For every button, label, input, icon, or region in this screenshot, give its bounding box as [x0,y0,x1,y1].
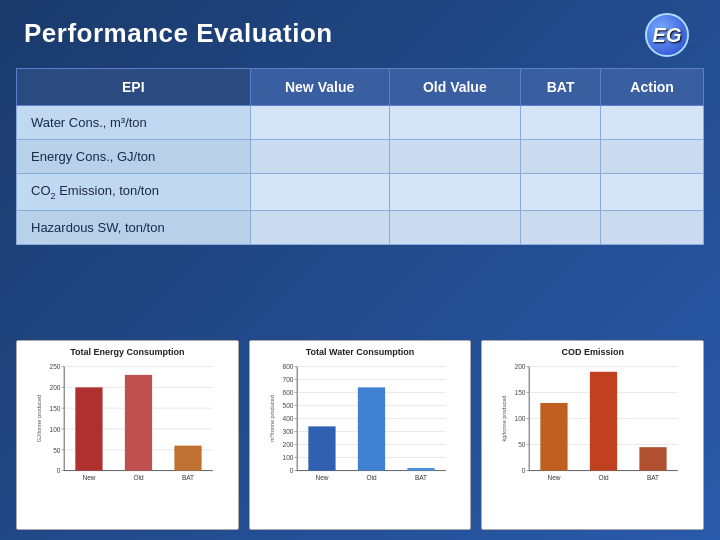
chart-svg-1: 0100200300400500600700800m³/tonne produc… [254,361,467,491]
epi-energy: Energy Cons., GJ/ton [17,140,251,174]
table-row: Energy Cons., GJ/ton [17,140,704,174]
charts-row: Total Energy Consumption050100150200250G… [16,340,704,530]
chart-title-0: Total Energy Consumption [70,347,184,357]
old-value-water [389,106,520,140]
chart-box-1: Total Water Consumption01002003004005006… [249,340,472,530]
chart-svg-0: 050100150200250GJ/tonne producedNewOldBA… [21,361,234,491]
bar-0-0 [75,387,102,470]
col-header-new-value: New Value [250,69,389,106]
svg-text:BAT: BAT [182,474,194,481]
svg-text:Old: Old [366,474,377,481]
svg-text:100: 100 [515,415,526,422]
page-title: Performance Evaluation [24,18,333,49]
page: Performance Evaluation EG EPI New Value … [0,0,720,540]
svg-text:50: 50 [519,441,527,448]
svg-text:Old: Old [599,474,610,481]
svg-text:New: New [82,474,95,481]
svg-text:800: 800 [282,363,293,370]
svg-text:GJ/tonne produced: GJ/tonne produced [36,395,42,442]
old-value-hazardous [389,210,520,244]
chart-title-1: Total Water Consumption [306,347,415,357]
logo-circle: EG [645,13,689,57]
chart-box-0: Total Energy Consumption050100150200250G… [16,340,239,530]
bar-0-2 [174,446,201,471]
svg-text:250: 250 [50,363,61,370]
logo-text: EG [653,24,682,47]
table-row: CO2 Emission, ton/ton [17,174,704,211]
svg-text:kg/tonne produced: kg/tonne produced [501,396,507,442]
svg-text:0: 0 [290,467,294,474]
svg-text:BAT: BAT [647,474,659,481]
svg-text:300: 300 [282,428,293,435]
bar-0-1 [125,375,152,471]
bar-2-1 [590,372,617,471]
old-value-energy [389,140,520,174]
bar-2-0 [541,403,568,471]
col-header-epi: EPI [17,69,251,106]
new-value-hazardous [250,210,389,244]
logo: EG [632,10,702,60]
bar-1-1 [358,387,385,470]
svg-text:200: 200 [515,363,526,370]
svg-text:200: 200 [50,384,61,391]
svg-text:400: 400 [282,415,293,422]
chart-box-2: COD Emission050100150200kg/tonne produce… [481,340,704,530]
svg-text:50: 50 [53,447,61,454]
col-header-old-value: Old Value [389,69,520,106]
epi-co2: CO2 Emission, ton/ton [17,174,251,211]
svg-text:500: 500 [282,402,293,409]
old-value-co2 [389,174,520,211]
svg-text:New: New [548,474,561,481]
svg-text:700: 700 [282,376,293,383]
action-co2 [601,174,704,211]
chart-title-2: COD Emission [561,347,624,357]
svg-text:150: 150 [50,405,61,412]
bat-co2 [520,174,600,211]
action-energy [601,140,704,174]
table-row: Hazardous SW, ton/ton [17,210,704,244]
svg-text:m³/tonne produced: m³/tonne produced [269,395,275,442]
svg-text:New: New [315,474,328,481]
chart-svg-2: 050100150200kg/tonne producedNewOldBAT [486,361,699,491]
bat-water [520,106,600,140]
performance-table: EPI New Value Old Value BAT Action Water… [16,68,704,245]
table-row: Water Cons., m³/ton [17,106,704,140]
action-hazardous [601,210,704,244]
bar-1-0 [308,426,335,470]
svg-text:BAT: BAT [415,474,427,481]
new-value-energy [250,140,389,174]
bat-energy [520,140,600,174]
action-water [601,106,704,140]
svg-text:100: 100 [282,454,293,461]
bat-hazardous [520,210,600,244]
bar-2-2 [640,447,667,470]
new-value-water [250,106,389,140]
svg-text:600: 600 [282,389,293,396]
svg-text:200: 200 [282,441,293,448]
epi-water: Water Cons., m³/ton [17,106,251,140]
col-header-bat: BAT [520,69,600,106]
new-value-co2 [250,174,389,211]
svg-text:0: 0 [57,467,61,474]
svg-text:0: 0 [522,467,526,474]
epi-hazardous: Hazardous SW, ton/ton [17,210,251,244]
svg-text:Old: Old [133,474,144,481]
svg-text:100: 100 [50,426,61,433]
col-header-action: Action [601,69,704,106]
bar-1-2 [407,468,434,471]
svg-text:150: 150 [515,389,526,396]
